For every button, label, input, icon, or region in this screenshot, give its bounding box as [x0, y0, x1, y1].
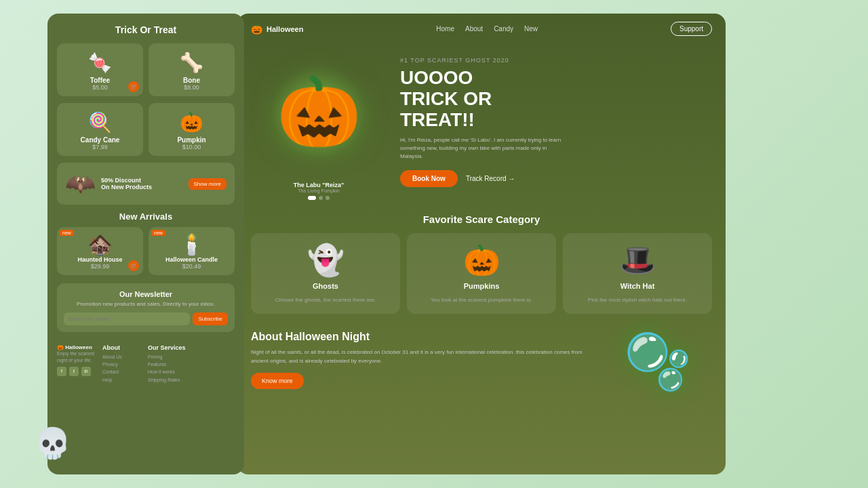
hero-content: #1 TOP SCARIEST GHOST 2020 UOOOOTRICK OR…: [393, 44, 712, 200]
footer-about-title: About: [102, 344, 144, 351]
newsletter-form: Subscribe: [64, 312, 228, 325]
support-button[interactable]: Support: [671, 22, 712, 36]
haunted-house-price: $29.99: [62, 263, 138, 270]
footer-about-us[interactable]: About Us: [102, 353, 144, 361]
candy-cane-emoji: 🍭: [62, 111, 138, 134]
product-grid-bottom: 🍭 Candy Cane $7.99 🎃 Pumpkin $10.00: [57, 103, 235, 156]
ghost-skull-decoration: 💀: [34, 426, 71, 461]
pumpkin-container: 🎃: [258, 44, 380, 179]
right-panel: 🎃 Halloween Home About Candy New Support…: [237, 14, 726, 474]
product-card-bone[interactable]: 🦴 Bone $8.00: [149, 43, 235, 96]
bone-price: $8.00: [154, 84, 229, 91]
pumpkin-category-name: Pumpkins: [414, 282, 549, 290]
haunted-house-emoji: 🏚️: [62, 232, 138, 256]
pumpkin-emoji: 🎃: [154, 111, 229, 134]
hero-dot-3[interactable]: [326, 196, 330, 200]
about-title: About Halloween Night: [251, 330, 593, 343]
book-now-button[interactable]: Book Now: [400, 170, 458, 187]
witch-category-name: Witch Hat: [570, 282, 705, 290]
footer-tagline: Enjoy the scariest night of your life.: [57, 350, 98, 364]
new-arrivals-title: New Arrivals: [57, 211, 235, 222]
categories-title: Favorite Scare Category: [251, 214, 712, 225]
hero-actions: Book Now Track Record →: [400, 170, 712, 187]
about-description: Night of all the saints, or all the dead…: [251, 348, 593, 366]
candle-name: Halloween Candle: [154, 256, 229, 263]
promo-discount-text: 50% Discount: [101, 177, 189, 184]
pumpkin-price: $10.00: [154, 144, 229, 150]
linkedin-icon[interactable]: in: [81, 367, 91, 376]
toffee-emoji: 🍬: [62, 52, 138, 74]
toffee-price: $5.00: [62, 84, 138, 91]
footer-contact[interactable]: Contact: [102, 368, 144, 375]
twitter-icon[interactable]: t: [69, 367, 79, 376]
footer-how-it-works[interactable]: How it works: [148, 368, 189, 375]
social-icons: f t in: [57, 367, 98, 376]
category-pumpkins[interactable]: 🎃 Pumpkins You look at the scariest pump…: [407, 233, 556, 314]
promo-on-text: On New Products: [101, 184, 189, 190]
candy-cane-name: Candy Cane: [62, 136, 138, 144]
newsletter-subtitle: Promotion new products and sales. Direct…: [64, 301, 228, 307]
arrival-cart-icon[interactable]: 🛒: [128, 260, 139, 271]
cart-icon[interactable]: 🛒: [128, 81, 139, 92]
footer-help[interactable]: Help: [102, 376, 144, 384]
subscribe-button[interactable]: Subscribe: [193, 312, 228, 325]
hero-title: UOOOOTRICK ORTREAT!!: [400, 68, 712, 130]
haunted-house-name: Haunted House: [62, 256, 138, 263]
bone-emoji: 🦴: [154, 52, 229, 74]
nav-logo-icon: 🎃: [251, 24, 262, 35]
know-more-button[interactable]: Know more: [251, 373, 304, 389]
footer-shipping[interactable]: Shipping Rates: [148, 376, 189, 384]
hero-badge: #1 TOP SCARIEST GHOST 2020: [400, 57, 712, 64]
pumpkin-name: Pumpkin: [154, 136, 229, 144]
hero-section: 🎃 The Labu "Reiza" The Living Pumpkin #1…: [237, 44, 726, 207]
new-badge: new: [60, 230, 74, 236]
bone-name: Bone: [154, 77, 229, 84]
footer-section: 🎃 Halloween Enjoy the scariest night of …: [57, 339, 235, 384]
newsletter-title: Our Newsletter: [64, 290, 228, 298]
hero-caption-sub: The Living Pumpkin: [294, 188, 344, 193]
left-panel: Trick Or Treat 🍬 Toffee $5.00 🛒 🦴 Bone $…: [47, 14, 244, 474]
hero-caption-name: The Labu "Reiza": [294, 182, 344, 188]
product-grid-top: 🍬 Toffee $5.00 🛒 🦴 Bone $8.00: [57, 43, 235, 96]
footer-pricing[interactable]: Pricing: [148, 353, 189, 361]
nav-home[interactable]: Home: [436, 25, 454, 33]
footer-privacy[interactable]: Privacy: [102, 361, 144, 368]
facebook-icon[interactable]: f: [57, 367, 66, 376]
ghost-category-desc: Choose the ghosts, the scariest there ar…: [275, 297, 376, 303]
hero-dot-1[interactable]: [308, 196, 316, 200]
categories-grid: 👻 Ghosts Choose the ghosts, the scariest…: [251, 233, 712, 314]
product-card-pumpkin[interactable]: 🎃 Pumpkin $10.00: [149, 103, 235, 156]
nav-about[interactable]: About: [465, 25, 483, 33]
nav-candy[interactable]: Candy: [494, 25, 513, 33]
pumpkin-hero-emoji: 🎃: [277, 72, 361, 152]
toffee-name: Toffee: [62, 77, 138, 84]
nav-new[interactable]: New: [524, 25, 538, 33]
pumpkin-category-emoji: 🎃: [414, 243, 549, 278]
product-card-toffee[interactable]: 🍬 Toffee $5.00 🛒: [57, 43, 143, 96]
track-record-link[interactable]: Track Record →: [466, 175, 515, 182]
ghost-category-name: Ghosts: [258, 282, 393, 290]
arrival-card-haunted-house[interactable]: new 🏚️ Haunted House $29.99 🛒: [57, 227, 143, 275]
footer-services-title: Our Services: [148, 344, 189, 351]
bat-emoji: 🦇: [65, 169, 96, 198]
nav-logo: 🎃 Halloween: [251, 24, 303, 35]
trick-or-treat-title: Trick Or Treat: [57, 24, 235, 35]
footer-features[interactable]: Features: [148, 361, 189, 368]
about-content: About Halloween Night Night of all the s…: [251, 330, 593, 389]
newsletter-section: Our Newsletter Promotion new products an…: [57, 283, 235, 332]
product-card-candy-cane[interactable]: 🍭 Candy Cane $7.99: [57, 103, 143, 156]
witch-category-desc: Pick the most stylish witch hats out the…: [588, 297, 687, 303]
category-witch-hat[interactable]: 🎩 Witch Hat Pick the most stylish witch …: [563, 233, 712, 314]
footer-logo: 🎃 Halloween: [57, 344, 98, 350]
newsletter-email-input[interactable]: [64, 312, 190, 325]
arrivals-grid: new 🏚️ Haunted House $29.99 🛒 new 🕯️ Hal…: [57, 227, 235, 275]
category-ghosts[interactable]: 👻 Ghosts Choose the ghosts, the scariest…: [251, 233, 400, 314]
nav-links: Home About Candy New: [317, 25, 657, 33]
ghost-category-emoji: 👻: [258, 243, 393, 278]
navigation: 🎃 Halloween Home About Candy New Support: [237, 14, 726, 44]
arrival-card-candle[interactable]: new 🕯️ Halloween Candle $20.49: [149, 227, 235, 275]
show-more-button[interactable]: Show more: [189, 178, 226, 190]
hero-dot-2[interactable]: [319, 196, 323, 200]
promo-banner: 🦇 50% Discount On New Products Show more: [57, 163, 235, 205]
candle-emoji: 🕯️: [154, 232, 229, 256]
